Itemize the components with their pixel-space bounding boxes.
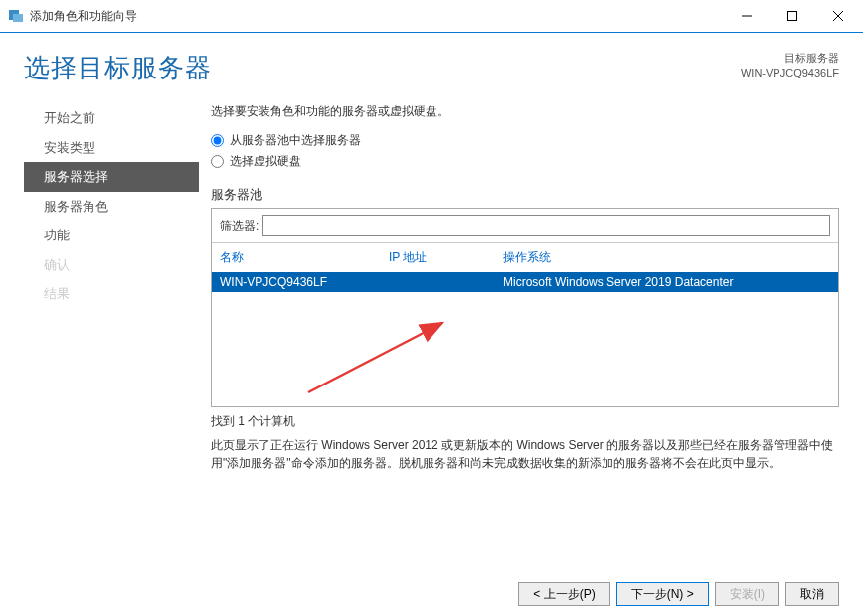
sidebar: 开始之前 安装类型 服务器选择 服务器角色 功能 确认 结果 bbox=[0, 103, 199, 550]
column-ip[interactable]: IP 地址 bbox=[389, 249, 503, 266]
svg-rect-3 bbox=[788, 12, 797, 21]
maximize-button[interactable] bbox=[770, 1, 815, 31]
nav-server-roles[interactable]: 服务器角色 bbox=[24, 192, 199, 222]
nav-features[interactable]: 功能 bbox=[24, 221, 199, 250]
row-os: Microsoft Windows Server 2019 Datacenter bbox=[503, 275, 830, 289]
table-row[interactable]: WIN-VPJCQ9436LF Microsoft Windows Server… bbox=[212, 272, 838, 292]
radio-vhd-input[interactable] bbox=[211, 155, 224, 168]
target-server-info: 目标服务器 WIN-VPJCQ9436LF bbox=[741, 51, 839, 81]
description-text: 此页显示了正在运行 Windows Server 2012 或更新版本的 Win… bbox=[211, 436, 839, 472]
column-name[interactable]: 名称 bbox=[220, 249, 389, 266]
table-body: WIN-VPJCQ9436LF Microsoft Windows Server… bbox=[212, 272, 838, 406]
server-pool-box: 筛选器: 名称 IP 地址 操作系统 WIN-VPJCQ9436LF Micro… bbox=[211, 208, 839, 407]
window-title: 添加角色和功能向导 bbox=[30, 8, 724, 25]
row-ip bbox=[389, 275, 503, 289]
column-os[interactable]: 操作系统 bbox=[503, 249, 830, 266]
next-button[interactable]: 下一步(N) > bbox=[616, 582, 709, 606]
instruction-text: 选择要安装角色和功能的服务器或虚拟硬盘。 bbox=[211, 103, 839, 120]
filter-label: 筛选器: bbox=[220, 218, 259, 234]
filter-row: 筛选器: bbox=[212, 209, 838, 243]
svg-rect-1 bbox=[13, 14, 23, 22]
filter-input[interactable] bbox=[262, 215, 830, 236]
target-server-name: WIN-VPJCQ9436LF bbox=[741, 66, 839, 80]
nav-confirmation: 确认 bbox=[24, 250, 199, 280]
radio-vhd-label: 选择虚拟硬盘 bbox=[230, 153, 301, 170]
minimize-button[interactable] bbox=[724, 1, 770, 31]
close-button[interactable] bbox=[815, 1, 861, 31]
install-button: 安装(I) bbox=[715, 582, 779, 606]
found-count: 找到 1 个计算机 bbox=[211, 413, 839, 430]
radio-group: 从服务器池中选择服务器 选择虚拟硬盘 bbox=[211, 132, 839, 170]
page-title: 选择目标服务器 bbox=[24, 51, 212, 85]
server-pool-label: 服务器池 bbox=[211, 186, 839, 204]
previous-button[interactable]: < 上一步(P) bbox=[518, 582, 609, 606]
target-server-label: 目标服务器 bbox=[741, 51, 839, 66]
radio-server-pool[interactable]: 从服务器池中选择服务器 bbox=[211, 132, 839, 149]
window-controls bbox=[724, 1, 861, 31]
content-area: 开始之前 安装类型 服务器选择 服务器角色 功能 确认 结果 选择要安装角色和功… bbox=[0, 93, 863, 550]
radio-vhd[interactable]: 选择虚拟硬盘 bbox=[211, 153, 839, 170]
page-header: 选择目标服务器 目标服务器 WIN-VPJCQ9436LF bbox=[0, 33, 863, 93]
cancel-button[interactable]: 取消 bbox=[785, 582, 839, 606]
table-header: 名称 IP 地址 操作系统 bbox=[212, 243, 838, 272]
nav-before-you-begin[interactable]: 开始之前 bbox=[24, 103, 199, 133]
main-panel: 选择要安装角色和功能的服务器或虚拟硬盘。 从服务器池中选择服务器 选择虚拟硬盘 … bbox=[199, 103, 863, 550]
nav-server-selection[interactable]: 服务器选择 bbox=[24, 162, 199, 192]
footer: < 上一步(P) 下一步(N) > 安装(I) 取消 bbox=[518, 582, 839, 606]
app-icon bbox=[8, 8, 24, 24]
radio-server-pool-label: 从服务器池中选择服务器 bbox=[230, 132, 361, 149]
nav-installation-type[interactable]: 安装类型 bbox=[24, 133, 199, 163]
row-name: WIN-VPJCQ9436LF bbox=[220, 275, 389, 289]
titlebar: 添加角色和功能向导 bbox=[0, 0, 863, 32]
radio-server-pool-input[interactable] bbox=[211, 134, 224, 147]
nav-results: 结果 bbox=[24, 279, 199, 309]
